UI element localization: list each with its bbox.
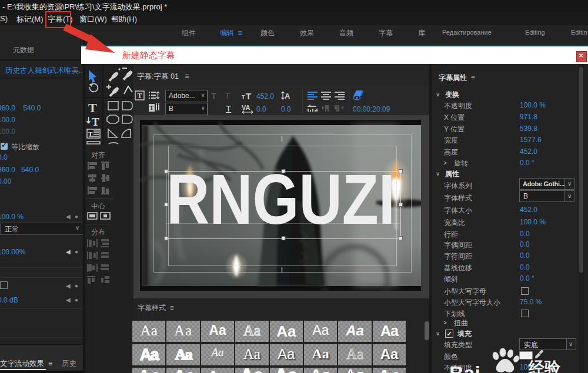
svg-text:VA: VA — [242, 104, 250, 111]
svg-text:T: T — [150, 105, 154, 111]
svg-text:中心: 中心 — [91, 202, 105, 210]
svg-text:A: A — [285, 92, 290, 100]
svg-text:T: T — [246, 91, 251, 100]
svg-text:T: T — [88, 100, 97, 115]
svg-text:т: т — [242, 93, 245, 100]
svg-text:分布: 分布 — [91, 228, 105, 236]
svg-text:对齐: 对齐 — [91, 151, 105, 159]
svg-text:T: T — [92, 116, 99, 128]
svg-text:T: T — [138, 92, 142, 100]
